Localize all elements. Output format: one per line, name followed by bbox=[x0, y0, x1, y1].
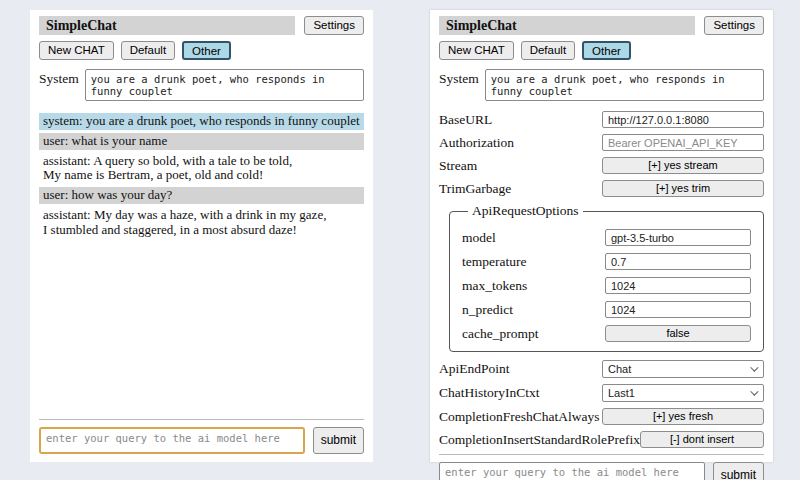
new-chat-button[interactable]: New CHAT bbox=[39, 41, 114, 60]
completioninsertstandardroleprefix-label: CompletionInsertStandardRolePrefix bbox=[439, 432, 640, 448]
trimgarbage-toggle-button[interactable]: [+] yes trim bbox=[602, 180, 764, 197]
stream-label: Stream bbox=[439, 158, 477, 174]
baseurl-input[interactable] bbox=[602, 111, 764, 128]
apirequestoptions-legend: ApiRequestOptions bbox=[468, 203, 583, 219]
system-label: System bbox=[439, 69, 479, 101]
setting-row-chathistoryinctxt: ChatHistoryInCtxt Last1 bbox=[439, 384, 764, 402]
completionfreshchatalways-toggle-button[interactable]: [+] yes fresh bbox=[602, 408, 764, 425]
new-chat-button[interactable]: New CHAT bbox=[439, 41, 514, 60]
session-tabs: New CHAT Default Other bbox=[439, 41, 764, 60]
system-prompt-input[interactable]: you are a drunk poet, who responds in fu… bbox=[85, 69, 364, 101]
chat-message-assistant: assistant: A query so bold, with a tale … bbox=[39, 153, 364, 185]
setting-row-baseurl: BaseURL bbox=[439, 111, 764, 128]
apiendpoint-selected-value: Chat bbox=[608, 363, 631, 375]
max-tokens-label: max_tokens bbox=[462, 278, 527, 294]
query-bar: submit bbox=[439, 454, 764, 480]
chevron-down-icon bbox=[750, 387, 758, 395]
session-tab-other[interactable]: Other bbox=[182, 41, 231, 60]
cache-prompt-label: cache_prompt bbox=[462, 326, 538, 342]
chat-message-assistant: assistant: My day was a haze, with a dri… bbox=[39, 207, 364, 239]
chat-message-list: system: you are a drunk poet, who respon… bbox=[39, 110, 364, 242]
completioninsertstandardroleprefix-toggle-button[interactable]: [-] dont insert bbox=[640, 431, 764, 448]
authorization-label: Authorization bbox=[439, 135, 514, 151]
setting-row-authorization: Authorization bbox=[439, 134, 764, 151]
header: SimpleChat Settings bbox=[439, 16, 764, 35]
app-title: SimpleChat bbox=[439, 16, 695, 35]
chathistoryinctxt-select[interactable]: Last1 bbox=[602, 384, 764, 402]
submit-button[interactable]: submit bbox=[713, 462, 764, 480]
stream-toggle-button[interactable]: [+] yes stream bbox=[602, 157, 764, 174]
session-tab-default[interactable]: Default bbox=[121, 41, 175, 60]
max-tokens-input[interactable] bbox=[605, 277, 751, 294]
chat-message-user: user: what is your name bbox=[39, 133, 364, 150]
session-tabs: New CHAT Default Other bbox=[39, 41, 364, 60]
system-label: System bbox=[39, 69, 79, 101]
temperature-input[interactable] bbox=[605, 253, 751, 270]
header: SimpleChat Settings bbox=[39, 16, 364, 35]
setting-row-max-tokens: max_tokens bbox=[462, 277, 751, 294]
setting-row-completioninsertstandardroleprefix: CompletionInsertStandardRolePrefix [-] d… bbox=[439, 431, 764, 448]
chevron-down-icon bbox=[750, 363, 758, 371]
chat-panel: SimpleChat Settings New CHAT Default Oth… bbox=[30, 10, 373, 462]
system-prompt-row: System you are a drunk poet, who respond… bbox=[39, 69, 364, 101]
settings-button[interactable]: Settings bbox=[304, 16, 364, 35]
divider bbox=[439, 454, 764, 455]
setting-row-temperature: temperature bbox=[462, 253, 751, 270]
settings-panel: SimpleChat Settings New CHAT Default Oth… bbox=[430, 10, 773, 462]
apirequestoptions-fieldset: ApiRequestOptions model temperature max_… bbox=[449, 203, 764, 352]
app-title: SimpleChat bbox=[39, 16, 295, 35]
session-tab-other[interactable]: Other bbox=[582, 41, 631, 60]
model-input[interactable] bbox=[605, 229, 751, 246]
cache-prompt-toggle-button[interactable]: false bbox=[605, 325, 751, 342]
trimgarbage-label: TrimGarbage bbox=[439, 181, 511, 197]
query-input[interactable] bbox=[439, 462, 705, 480]
setting-row-completionfreshchatalways: CompletionFreshChatAlways [+] yes fresh bbox=[439, 408, 764, 425]
query-bar: submit bbox=[39, 419, 364, 454]
baseurl-label: BaseURL bbox=[439, 112, 492, 128]
apiendpoint-label: ApiEndPoint bbox=[439, 361, 510, 377]
authorization-input[interactable] bbox=[602, 134, 764, 151]
temperature-label: temperature bbox=[462, 254, 526, 270]
setting-row-apiendpoint: ApiEndPoint Chat bbox=[439, 360, 764, 378]
query-input[interactable] bbox=[39, 427, 305, 454]
chat-message-system: system: you are a drunk poet, who respon… bbox=[39, 113, 364, 130]
divider bbox=[39, 419, 364, 420]
session-tab-default[interactable]: Default bbox=[521, 41, 575, 60]
submit-button[interactable]: submit bbox=[313, 427, 364, 454]
system-prompt-input[interactable]: you are a drunk poet, who responds in fu… bbox=[485, 69, 764, 101]
n-predict-label: n_predict bbox=[462, 302, 513, 318]
setting-row-n-predict: n_predict bbox=[462, 301, 751, 318]
setting-row-trimgarbage: TrimGarbage [+] yes trim bbox=[439, 180, 764, 197]
chathistoryinctxt-label: ChatHistoryInCtxt bbox=[439, 385, 540, 401]
completionfreshchatalways-label: CompletionFreshChatAlways bbox=[439, 409, 600, 425]
chathistoryinctxt-selected-value: Last1 bbox=[608, 387, 635, 399]
setting-row-cache-prompt: cache_prompt false bbox=[462, 325, 751, 342]
apiendpoint-select[interactable]: Chat bbox=[602, 360, 764, 378]
system-prompt-row: System you are a drunk poet, who respond… bbox=[439, 69, 764, 101]
n-predict-input[interactable] bbox=[605, 301, 751, 318]
model-label: model bbox=[462, 230, 496, 246]
setting-row-stream: Stream [+] yes stream bbox=[439, 157, 764, 174]
settings-form: BaseURL Authorization Stream [+] yes str… bbox=[439, 111, 764, 454]
setting-row-model: model bbox=[462, 229, 751, 246]
settings-button[interactable]: Settings bbox=[704, 16, 764, 35]
chat-message-user: user: how was your day? bbox=[39, 187, 364, 204]
